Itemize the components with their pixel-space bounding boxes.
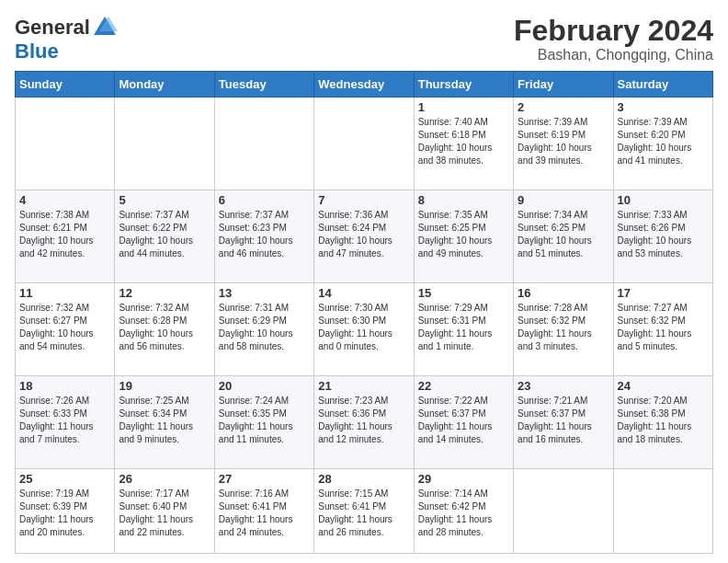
month-title: February 2024 bbox=[514, 15, 713, 47]
calendar-week-row: 1Sunrise: 7:40 AM Sunset: 6:18 PM Daylig… bbox=[16, 98, 713, 190]
day-number: 17 bbox=[618, 286, 709, 300]
calendar-day-cell: 23Sunrise: 7:21 AM Sunset: 6:37 PM Dayli… bbox=[514, 376, 613, 469]
day-info: Sunrise: 7:37 AM Sunset: 6:23 PM Dayligh… bbox=[219, 209, 310, 260]
day-info: Sunrise: 7:29 AM Sunset: 6:31 PM Dayligh… bbox=[418, 302, 509, 353]
day-number: 15 bbox=[418, 286, 509, 300]
calendar-header-thursday: Thursday bbox=[414, 72, 513, 98]
calendar-day-cell: 10Sunrise: 7:33 AM Sunset: 6:26 PM Dayli… bbox=[613, 190, 712, 283]
calendar-day-cell: 5Sunrise: 7:37 AM Sunset: 6:22 PM Daylig… bbox=[115, 190, 214, 283]
header: General Blue February 2024 Bashan, Chong… bbox=[15, 15, 713, 63]
day-number: 28 bbox=[318, 472, 409, 486]
day-number: 21 bbox=[318, 379, 409, 393]
day-number: 29 bbox=[418, 472, 509, 486]
calendar-week-row: 25Sunrise: 7:19 AM Sunset: 6:39 PM Dayli… bbox=[16, 469, 713, 554]
calendar-day-cell bbox=[613, 469, 712, 554]
calendar-day-cell: 7Sunrise: 7:36 AM Sunset: 6:24 PM Daylig… bbox=[314, 190, 414, 283]
day-number: 26 bbox=[119, 472, 210, 486]
day-number: 24 bbox=[618, 379, 709, 393]
calendar-day-cell: 21Sunrise: 7:23 AM Sunset: 6:36 PM Dayli… bbox=[314, 376, 414, 469]
calendar-day-cell: 25Sunrise: 7:19 AM Sunset: 6:39 PM Dayli… bbox=[16, 469, 115, 554]
calendar-day-cell: 28Sunrise: 7:15 AM Sunset: 6:41 PM Dayli… bbox=[314, 469, 414, 554]
day-info: Sunrise: 7:26 AM Sunset: 6:33 PM Dayligh… bbox=[19, 395, 110, 446]
logo: General Blue bbox=[15, 15, 118, 63]
day-info: Sunrise: 7:31 AM Sunset: 6:29 PM Dayligh… bbox=[219, 302, 310, 353]
calendar-week-row: 18Sunrise: 7:26 AM Sunset: 6:33 PM Dayli… bbox=[16, 376, 713, 469]
title-block: February 2024 Bashan, Chongqing, China bbox=[514, 15, 713, 63]
day-number: 1 bbox=[418, 100, 509, 114]
calendar-day-cell: 26Sunrise: 7:17 AM Sunset: 6:40 PM Dayli… bbox=[115, 469, 214, 554]
day-number: 8 bbox=[418, 193, 509, 207]
calendar-day-cell bbox=[314, 98, 414, 190]
logo-icon bbox=[92, 15, 118, 40]
calendar-week-row: 4Sunrise: 7:38 AM Sunset: 6:21 PM Daylig… bbox=[16, 190, 713, 283]
day-info: Sunrise: 7:19 AM Sunset: 6:39 PM Dayligh… bbox=[19, 488, 110, 539]
day-info: Sunrise: 7:40 AM Sunset: 6:18 PM Dayligh… bbox=[418, 116, 509, 167]
day-number: 13 bbox=[219, 286, 310, 300]
day-info: Sunrise: 7:21 AM Sunset: 6:37 PM Dayligh… bbox=[518, 395, 609, 446]
day-number: 12 bbox=[119, 286, 210, 300]
calendar-day-cell: 13Sunrise: 7:31 AM Sunset: 6:29 PM Dayli… bbox=[214, 283, 313, 376]
day-number: 2 bbox=[518, 100, 609, 114]
calendar-day-cell: 6Sunrise: 7:37 AM Sunset: 6:23 PM Daylig… bbox=[214, 190, 313, 283]
calendar-day-cell: 19Sunrise: 7:25 AM Sunset: 6:34 PM Dayli… bbox=[115, 376, 214, 469]
calendar-day-cell: 27Sunrise: 7:16 AM Sunset: 6:41 PM Dayli… bbox=[214, 469, 313, 554]
calendar-table: SundayMondayTuesdayWednesdayThursdayFrid… bbox=[15, 71, 713, 554]
day-info: Sunrise: 7:38 AM Sunset: 6:21 PM Dayligh… bbox=[19, 209, 110, 260]
page: General Blue February 2024 Bashan, Chong… bbox=[0, 0, 728, 563]
calendar-day-cell bbox=[214, 98, 313, 190]
calendar-day-cell: 15Sunrise: 7:29 AM Sunset: 6:31 PM Dayli… bbox=[414, 283, 513, 376]
calendar-day-cell: 20Sunrise: 7:24 AM Sunset: 6:35 PM Dayli… bbox=[214, 376, 313, 469]
day-number: 6 bbox=[219, 193, 310, 207]
calendar-day-cell: 18Sunrise: 7:26 AM Sunset: 6:33 PM Dayli… bbox=[16, 376, 115, 469]
calendar-header-tuesday: Tuesday bbox=[214, 72, 313, 98]
calendar-header-monday: Monday bbox=[115, 72, 214, 98]
calendar-day-cell bbox=[115, 98, 214, 190]
day-info: Sunrise: 7:27 AM Sunset: 6:32 PM Dayligh… bbox=[618, 302, 709, 353]
day-number: 14 bbox=[318, 286, 409, 300]
calendar-day-cell: 24Sunrise: 7:20 AM Sunset: 6:38 PM Dayli… bbox=[613, 376, 712, 469]
calendar-day-cell: 11Sunrise: 7:32 AM Sunset: 6:27 PM Dayli… bbox=[16, 283, 115, 376]
day-info: Sunrise: 7:28 AM Sunset: 6:32 PM Dayligh… bbox=[518, 302, 609, 353]
day-info: Sunrise: 7:30 AM Sunset: 6:30 PM Dayligh… bbox=[318, 302, 409, 353]
calendar-header-friday: Friday bbox=[514, 72, 613, 98]
day-info: Sunrise: 7:39 AM Sunset: 6:19 PM Dayligh… bbox=[518, 116, 609, 167]
day-info: Sunrise: 7:33 AM Sunset: 6:26 PM Dayligh… bbox=[618, 209, 709, 260]
calendar-day-cell: 12Sunrise: 7:32 AM Sunset: 6:28 PM Dayli… bbox=[115, 283, 214, 376]
day-number: 11 bbox=[19, 286, 110, 300]
day-info: Sunrise: 7:25 AM Sunset: 6:34 PM Dayligh… bbox=[119, 395, 210, 446]
calendar-day-cell: 3Sunrise: 7:39 AM Sunset: 6:20 PM Daylig… bbox=[613, 98, 712, 190]
day-info: Sunrise: 7:23 AM Sunset: 6:36 PM Dayligh… bbox=[318, 395, 409, 446]
day-info: Sunrise: 7:32 AM Sunset: 6:27 PM Dayligh… bbox=[19, 302, 110, 353]
day-info: Sunrise: 7:32 AM Sunset: 6:28 PM Dayligh… bbox=[119, 302, 210, 353]
calendar-day-cell: 17Sunrise: 7:27 AM Sunset: 6:32 PM Dayli… bbox=[613, 283, 712, 376]
day-number: 4 bbox=[19, 193, 110, 207]
day-info: Sunrise: 7:17 AM Sunset: 6:40 PM Dayligh… bbox=[119, 488, 210, 539]
calendar-day-cell bbox=[514, 469, 613, 554]
calendar-day-cell: 1Sunrise: 7:40 AM Sunset: 6:18 PM Daylig… bbox=[414, 98, 513, 190]
day-info: Sunrise: 7:34 AM Sunset: 6:25 PM Dayligh… bbox=[518, 209, 609, 260]
day-number: 18 bbox=[19, 379, 110, 393]
day-number: 16 bbox=[518, 286, 609, 300]
day-info: Sunrise: 7:14 AM Sunset: 6:42 PM Dayligh… bbox=[418, 488, 509, 539]
calendar-week-row: 11Sunrise: 7:32 AM Sunset: 6:27 PM Dayli… bbox=[16, 283, 713, 376]
day-number: 3 bbox=[618, 100, 709, 114]
calendar-day-cell: 4Sunrise: 7:38 AM Sunset: 6:21 PM Daylig… bbox=[16, 190, 115, 283]
day-info: Sunrise: 7:16 AM Sunset: 6:41 PM Dayligh… bbox=[219, 488, 310, 539]
day-number: 10 bbox=[618, 193, 709, 207]
calendar-day-cell: 2Sunrise: 7:39 AM Sunset: 6:19 PM Daylig… bbox=[514, 98, 613, 190]
day-number: 23 bbox=[518, 379, 609, 393]
day-number: 22 bbox=[418, 379, 509, 393]
calendar-day-cell: 22Sunrise: 7:22 AM Sunset: 6:37 PM Dayli… bbox=[414, 376, 513, 469]
calendar-day-cell: 29Sunrise: 7:14 AM Sunset: 6:42 PM Dayli… bbox=[414, 469, 513, 554]
logo-general-text: General bbox=[15, 17, 90, 39]
calendar-day-cell: 9Sunrise: 7:34 AM Sunset: 6:25 PM Daylig… bbox=[514, 190, 613, 283]
day-info: Sunrise: 7:20 AM Sunset: 6:38 PM Dayligh… bbox=[618, 395, 709, 446]
calendar-day-cell bbox=[16, 98, 115, 190]
calendar-header-sunday: Sunday bbox=[16, 72, 115, 98]
day-info: Sunrise: 7:39 AM Sunset: 6:20 PM Dayligh… bbox=[618, 116, 709, 167]
day-number: 9 bbox=[518, 193, 609, 207]
day-number: 7 bbox=[318, 193, 409, 207]
calendar-header-wednesday: Wednesday bbox=[314, 72, 414, 98]
day-number: 19 bbox=[119, 379, 210, 393]
calendar-day-cell: 14Sunrise: 7:30 AM Sunset: 6:30 PM Dayli… bbox=[314, 283, 414, 376]
